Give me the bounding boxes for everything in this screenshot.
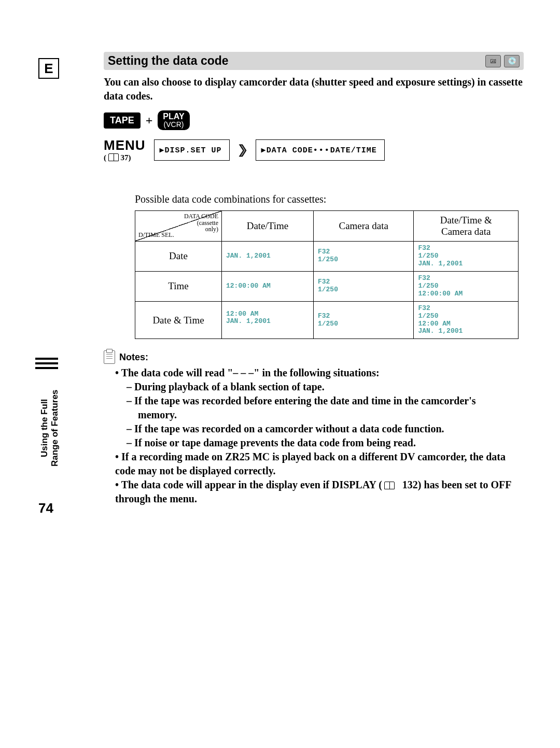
menu-path-diagram: MENU ( 37) ▶DISP.SET UP ❯ ▶DATA CODE•••D…: [104, 137, 524, 162]
data-code-table: DATA CODE (cassette only) D/TIME SEL. Da…: [135, 210, 519, 339]
language-letter: E: [38, 58, 59, 79]
arrow-icon: ❯: [238, 143, 247, 157]
table-row: Date JAN. 1,2001 F32 1/250 F32 1/250 JAN…: [135, 242, 519, 272]
notes-heading: Notes:: [104, 350, 524, 364]
section-header: Setting the data code 🖭 💿: [104, 52, 524, 70]
intro-text: You can also choose to display camcorder…: [104, 75, 524, 103]
table-corner-cell: DATA CODE (cassette only) D/TIME SEL.: [135, 211, 222, 242]
table-row: Date & Time 12:00 AM JAN. 1,2001 F32 1/2…: [135, 301, 519, 339]
notes-icon: [104, 350, 115, 364]
menu-step-disp-setup: ▶DISP.SET UP: [154, 139, 230, 161]
side-rail-lines: [35, 358, 58, 370]
cassette-icon: 🖭: [485, 55, 501, 67]
disc-icon: 💿: [504, 55, 520, 67]
table-caption: Possible data code combinations for cass…: [135, 193, 524, 205]
side-section-label: Using the Full Range of Features: [39, 390, 61, 467]
menu-label: MENU: [104, 137, 146, 153]
col-both: Date/Time &Camera data: [414, 211, 519, 242]
page-number: 74: [38, 500, 53, 516]
col-camera-data: Camera data: [313, 211, 414, 242]
play-vcr-pill: PLAY (VCR): [158, 110, 189, 130]
book-icon: [108, 153, 119, 161]
col-date-time: Date/Time: [222, 211, 314, 242]
table-row: Time 12:00:00 AM F32 1/250 F32 1/250 12:…: [135, 271, 519, 301]
notes-body: • The data code will read "– – –" in the…: [104, 366, 524, 506]
tape-pill: TAPE: [104, 112, 141, 129]
mode-diagram-row: TAPE + PLAY (VCR): [104, 110, 524, 130]
menu-step-data-code: ▶DATA CODE•••DATE/TIME: [256, 139, 385, 161]
book-icon: [384, 482, 395, 489]
plus-sign: +: [146, 114, 153, 128]
menu-page-ref: ( 37): [104, 153, 146, 162]
section-title: Setting the data code: [108, 54, 482, 68]
